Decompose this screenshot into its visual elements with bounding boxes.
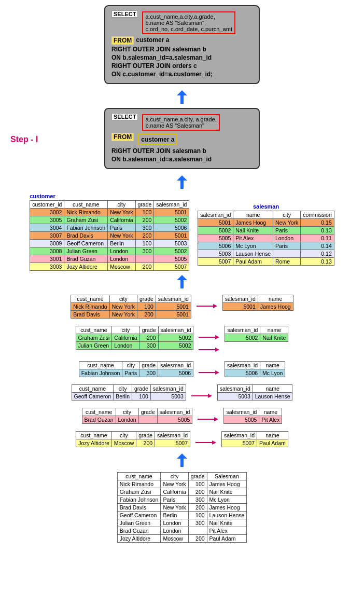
join-group-1: cust_namecitygradesalesman_id Nick Riman… bbox=[71, 295, 293, 319]
svg-marker-4 bbox=[213, 304, 217, 308]
join-arrow-6 bbox=[195, 438, 216, 447]
select-content-3: c.ord_no, c.ord_date, c.purch_amt bbox=[145, 26, 232, 32]
table-row: Fabian JohnsonParis300Mc Lyon bbox=[117, 496, 247, 504]
table-row: 3003Jozy AltidoreMoscow2005007 bbox=[30, 263, 189, 271]
arrow-4 bbox=[5, 452, 359, 468]
table-row: Brad GuzanLondonPit Alex bbox=[117, 527, 247, 535]
from-content-2: customer a bbox=[141, 136, 174, 143]
join-group-3: cust_namecitygradesalesman_id Fabian Joh… bbox=[79, 361, 286, 377]
select2-content-1: a.cust_name,a.city, a.grade, bbox=[145, 116, 216, 122]
arrow-2 bbox=[5, 174, 359, 190]
join-cust-1: cust_namecitygradesalesman_id Nick Riman… bbox=[71, 295, 191, 319]
final-table: cust_name city grade Salesman Nick Riman… bbox=[117, 472, 247, 543]
svg-marker-2 bbox=[177, 275, 187, 288]
customer-col-grade: grade bbox=[135, 201, 154, 209]
sql-line-5: ON b.salesman_id=a.salesman_id bbox=[111, 54, 253, 61]
from-keyword-1: FROM bbox=[111, 36, 134, 45]
table-row: Julian GreenLondon300Nail Knite bbox=[117, 519, 247, 527]
final-table-section: cust_name city grade Salesman Nick Riman… bbox=[5, 472, 359, 543]
select2-content-2: b.name AS "Salesman" bbox=[145, 122, 216, 129]
join-arrow-3 bbox=[199, 368, 219, 377]
step-label: Step - I bbox=[10, 135, 38, 144]
table-row: 3004Fabian JohnsonParis3005006 bbox=[30, 224, 189, 232]
customer-col-salesman: salesman_id bbox=[154, 201, 189, 209]
from-keyword-2: FROM bbox=[111, 133, 134, 141]
salesman-title: salesman bbox=[198, 203, 334, 210]
sql-line-7: ON c.customer_id=a.customer_id; bbox=[111, 71, 253, 78]
final-col-city: city bbox=[161, 473, 188, 480]
customer-section: customer customer_id cust_name city grad… bbox=[30, 193, 189, 271]
join-sal-3: salesman_idname 5006Mc Lyon bbox=[225, 361, 285, 377]
join-sal-1: salesman_idname 5001James Hoog bbox=[222, 295, 293, 311]
table-row: 3009Geoff CameronBerlin1005003 bbox=[30, 240, 189, 247]
join-arrows-2 bbox=[199, 333, 219, 354]
svg-marker-10 bbox=[215, 370, 219, 375]
join-group-5: cust_namecitygradesalesman_id Brad Guzan… bbox=[82, 408, 283, 424]
table-row: Nick RimandoNew York100James Hoog bbox=[117, 480, 247, 488]
join-cust-4: cust_namecitygradesalesman_id Geoff Came… bbox=[72, 384, 186, 401]
table-row: 3007Brad DavisNew York2005001 bbox=[30, 232, 189, 240]
table-row: 3002Nick RimandoNew York1005001 bbox=[30, 209, 189, 216]
join-arrow-5 bbox=[198, 415, 218, 423]
customer-title: customer bbox=[30, 193, 189, 199]
sql2-line4: RIGHT OUTER JOIN salesman b bbox=[111, 147, 253, 155]
table-row: 5003Lauson Hense0.12 bbox=[198, 250, 334, 258]
join-sal-2: salesman_idname 5002Nail Knite bbox=[225, 326, 288, 342]
join-group-4: cust_namecitygradesalesman_id Geoff Came… bbox=[72, 384, 293, 401]
join-arrow-4 bbox=[191, 392, 212, 400]
table-row: 3005Graham ZusiCalifornia2005002 bbox=[30, 216, 189, 224]
svg-marker-16 bbox=[212, 440, 216, 445]
table-row: 3001Brad GuzanLondon5005 bbox=[30, 255, 189, 263]
salesman-col-name: name bbox=[233, 211, 273, 219]
table-row: 5001James HoogNew York0.15 bbox=[198, 219, 334, 227]
customer-col-city: city bbox=[108, 201, 135, 209]
svg-marker-17 bbox=[177, 453, 187, 467]
arrow-1 bbox=[5, 89, 359, 105]
svg-marker-8 bbox=[215, 348, 219, 352]
join-sal-5: salesman_idname 5005Pit Alex bbox=[223, 408, 282, 424]
join-cust-3: cust_namecitygradesalesman_id Fabian Joh… bbox=[79, 361, 193, 377]
sql-line-4: RIGHT OUTER JOIN salesman b bbox=[111, 46, 253, 53]
table-row: 3008Julian GreenLondon3005002 bbox=[30, 247, 189, 255]
salesman-table: salesman_id name city commission 5001Jam… bbox=[198, 211, 334, 266]
table-row: Graham ZusiCalifornia200Nail Knite bbox=[117, 488, 247, 496]
svg-marker-1 bbox=[177, 175, 187, 189]
customer-col-id: customer_id bbox=[30, 201, 64, 209]
svg-marker-12 bbox=[208, 394, 212, 398]
join-arrow-1 bbox=[197, 302, 217, 310]
svg-marker-6 bbox=[215, 335, 219, 339]
table-row: Brad DavisNew York200James Hoog bbox=[117, 504, 247, 512]
from-content-1: customer a bbox=[136, 36, 169, 44]
join-group-2: cust_namecitygradesalesman_id Graham Zus… bbox=[76, 326, 289, 354]
table-row: Jozy AltidoreMoscow200Paul Adam bbox=[117, 535, 247, 543]
final-col-grade: grade bbox=[188, 473, 207, 480]
sql-box-1: SELECT a.cust_name,a.city,a.grade, b.nam… bbox=[104, 5, 260, 84]
select-keyword-1: SELECT bbox=[111, 10, 138, 18]
select-content-1: a.cust_name,a.city,a.grade, bbox=[145, 13, 232, 20]
svg-marker-14 bbox=[214, 417, 218, 421]
customer-col-name: cust_name bbox=[64, 201, 108, 209]
table-row: 5006Mc LyonParis0.14 bbox=[198, 242, 334, 250]
customer-table: customer_id cust_name city grade salesma… bbox=[30, 200, 189, 271]
join-cust-5: cust_namecitygradesalesman_id Brad Guzan… bbox=[82, 408, 193, 424]
join-sal-6: salesman_idname 5007Paul Adam bbox=[221, 431, 288, 447]
salesman-col-id: salesman_id bbox=[198, 211, 233, 219]
salesman-col-commission: commission bbox=[301, 211, 334, 219]
salesman-section: salesman salesman_id name city commissio… bbox=[198, 203, 334, 271]
join-cust-2: cust_namecitygradesalesman_id Graham Zus… bbox=[76, 326, 194, 350]
arrow-3 bbox=[5, 274, 359, 289]
join-group-6: cust_namecitygradesalesman_id Jozy Altid… bbox=[76, 431, 288, 447]
final-col-salesman: Salesman bbox=[207, 473, 247, 480]
salesman-col-city: city bbox=[273, 211, 300, 219]
select-keyword-2: SELECT bbox=[111, 113, 138, 120]
table-row: 5005Pit AlexLondon0.11 bbox=[198, 234, 334, 242]
sql2-line5: ON b.salesman_id=a.salesman_id bbox=[111, 156, 253, 163]
svg-marker-0 bbox=[177, 90, 187, 104]
final-col-name: cust_name bbox=[117, 473, 161, 480]
join-sal-4: salesman_idname 5003Lauson Hense bbox=[217, 384, 293, 401]
table-row: 5007Paul AdamRome0.13 bbox=[198, 258, 334, 266]
table-row: Geoff CameronBerlin100Lauson Hense bbox=[117, 512, 247, 519]
sql-line-6: RIGHT OUTER JOIN orders c bbox=[111, 62, 253, 70]
sql-box-2: SELECT a.cust_name,a.city, a.grade, b.na… bbox=[104, 108, 260, 169]
select-content-2: b.name AS "Salesman", bbox=[145, 20, 232, 26]
